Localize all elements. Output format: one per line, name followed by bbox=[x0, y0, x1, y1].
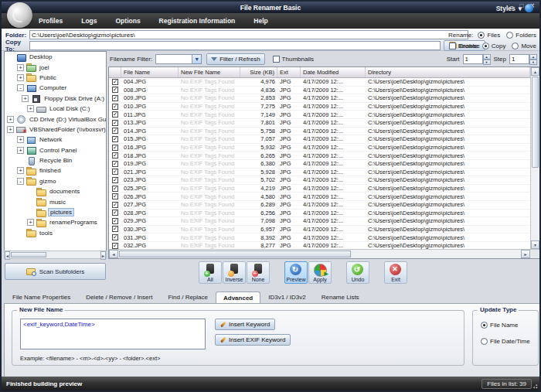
radio-option[interactable]: File Name bbox=[481, 322, 530, 329]
tree-item[interactable]: + Local Disk (C:) bbox=[5, 104, 106, 114]
action-button[interactable]: Apply bbox=[308, 261, 332, 284]
radio-icon[interactable] bbox=[481, 338, 488, 345]
table-row[interactable]: 018.JPG No EXIF Tags Found 6,265 JPG 4/1… bbox=[109, 152, 530, 160]
table-row[interactable]: 011.JPG No EXIF Tags Found 7,149 JPG 4/1… bbox=[109, 111, 530, 119]
tree-expander[interactable] bbox=[17, 230, 24, 237]
tree-item[interactable]: - Computer bbox=[5, 83, 106, 93]
step-stepper[interactable]: ▲▼ bbox=[509, 54, 537, 64]
table-row[interactable]: 016.JPG No EXIF Tags Found 5,932 JPG 4/1… bbox=[109, 144, 530, 152]
table-row[interactable]: 028.JPG No EXIF Tags Found 6,256 JPG 4/1… bbox=[109, 210, 530, 218]
tree-expander[interactable]: + bbox=[22, 95, 29, 102]
radio-option[interactable]: Files bbox=[478, 32, 500, 39]
tree-item[interactable]: + Control Panel bbox=[5, 145, 106, 155]
table-row[interactable]: 009.JPG No EXIF Tags Found 2,853 JPG 4/1… bbox=[109, 94, 530, 103]
tree-item[interactable]: Desktop bbox=[5, 52, 106, 62]
row-checkbox[interactable] bbox=[112, 128, 118, 134]
scrollbar-thumb[interactable] bbox=[532, 77, 539, 168]
row-checkbox[interactable] bbox=[112, 202, 118, 208]
filter-refresh-button[interactable]: Filter / Refresh bbox=[206, 53, 264, 65]
row-checkbox[interactable] bbox=[112, 136, 118, 142]
tree-item[interactable]: Recycle Bin bbox=[5, 155, 106, 165]
radio-option[interactable]: Copy bbox=[482, 43, 506, 49]
row-checkbox[interactable] bbox=[112, 218, 118, 224]
tree-expander[interactable]: + bbox=[17, 167, 24, 174]
action-button[interactable]: All bbox=[199, 261, 222, 284]
column-header[interactable]: New File Name bbox=[179, 67, 240, 77]
tree-item[interactable]: + CD Drive (D:) VirtualBox Guest bbox=[5, 114, 106, 124]
spinner-arrows-icon[interactable]: ▲▼ bbox=[529, 54, 537, 64]
column-header[interactable]: Directory bbox=[366, 67, 530, 77]
step-input[interactable] bbox=[509, 54, 529, 64]
row-checkbox[interactable] bbox=[112, 193, 118, 199]
row-checkbox[interactable] bbox=[112, 210, 118, 216]
radio-icon[interactable] bbox=[512, 43, 519, 49]
tree-item[interactable]: music bbox=[5, 196, 106, 206]
menu-item[interactable]: Help bbox=[253, 17, 267, 25]
table-row[interactable]: 030.JPG No EXIF Tags Found 6,957 JPG 4/1… bbox=[109, 226, 530, 234]
scroll-left-icon[interactable]: ◄ bbox=[5, 251, 10, 260]
table-row[interactable]: 010.JPG No EXIF Tags Found 7,275 JPG 4/1… bbox=[109, 103, 530, 111]
column-header[interactable]: File Name bbox=[121, 67, 179, 77]
tree-expander[interactable]: + bbox=[17, 74, 24, 81]
spinner-arrows-icon[interactable]: ▲▼ bbox=[483, 54, 491, 64]
tree-item[interactable]: + Public bbox=[5, 73, 106, 83]
radio-icon[interactable] bbox=[478, 32, 485, 39]
table-row[interactable]: 023.JPG No EXIF Tags Found 5,702 JPG 4/1… bbox=[109, 176, 530, 185]
scroll-left-icon[interactable]: ◄ bbox=[109, 250, 118, 258]
row-checkbox[interactable] bbox=[112, 169, 118, 175]
scroll-up-icon[interactable]: ▲ bbox=[531, 67, 539, 76]
tree-item[interactable]: + finished bbox=[5, 165, 106, 176]
scan-subfolders-button[interactable]: Scan Subfolders bbox=[5, 263, 106, 280]
tree-expander[interactable]: + bbox=[7, 126, 14, 133]
table-row[interactable]: 008.JPG No EXIF Tags Found 4,836 JPG 4/1… bbox=[109, 87, 530, 95]
folder-input[interactable] bbox=[29, 30, 468, 39]
row-checkbox[interactable] bbox=[112, 87, 118, 93]
menu-item[interactable]: Options bbox=[116, 17, 141, 25]
scroll-down-icon[interactable]: ▼ bbox=[531, 240, 539, 249]
row-checkbox[interactable] bbox=[112, 145, 118, 151]
row-checkbox[interactable] bbox=[112, 79, 118, 85]
table-row[interactable]: 029.JPG No EXIF Tags Found 7,098 JPG 4/1… bbox=[109, 217, 530, 226]
table-row[interactable]: 032.JPG No EXIF Tags Found 8,277 JPG 4/1… bbox=[109, 242, 530, 249]
enable-checkbox[interactable]: Enable bbox=[449, 43, 478, 49]
radio-icon[interactable] bbox=[482, 43, 489, 49]
pattern-input[interactable]: <exif_keyword,DateTime> bbox=[20, 319, 206, 349]
tab[interactable]: File Name Properties bbox=[5, 291, 78, 303]
insert-exif-keyword-button[interactable]: Insert EXIF Keyword bbox=[215, 334, 291, 346]
tree-expander[interactable]: - bbox=[17, 178, 24, 185]
copy-to-input[interactable] bbox=[29, 41, 441, 50]
tree-item[interactable]: + Network bbox=[5, 135, 106, 145]
column-header[interactable]: Size (KB) bbox=[240, 67, 277, 77]
radio-option[interactable]: File Date/Time bbox=[481, 338, 530, 345]
tab[interactable]: Advanced bbox=[216, 291, 260, 304]
row-checkbox[interactable] bbox=[112, 111, 118, 118]
tree-horizontal-scrollbar[interactable]: ◄ ► bbox=[4, 251, 107, 259]
filename-filter-combo[interactable]: ▼ bbox=[155, 54, 202, 64]
tree-item[interactable]: + VBSharedFolder (\\vboxsvr) (Z bbox=[5, 124, 106, 135]
column-header[interactable]: Ext bbox=[277, 67, 301, 77]
row-checkbox[interactable] bbox=[112, 120, 118, 126]
scrollbar-thumb[interactable] bbox=[11, 252, 46, 257]
menu-item[interactable]: Registration Information bbox=[159, 17, 236, 25]
table-row[interactable]: 027.JPG No EXIF Tags Found 6,289 JPG 4/1… bbox=[109, 201, 530, 210]
styles-menu[interactable]: Styles ▾ bbox=[496, 4, 533, 12]
action-button[interactable]: Undo bbox=[346, 261, 369, 284]
action-button[interactable]: None bbox=[247, 261, 270, 284]
tree-expander[interactable]: + bbox=[27, 105, 34, 112]
filename-filter-input[interactable] bbox=[155, 54, 192, 64]
table-row[interactable]: 025.JPG No EXIF Tags Found 4,219 JPG 4/1… bbox=[109, 185, 530, 193]
tree-item[interactable]: + joel bbox=[5, 62, 106, 72]
table-row[interactable]: 004.JPG No EXIF Tags Found 4,976 JPG 4/1… bbox=[109, 78, 530, 87]
scrollbar-thumb[interactable] bbox=[119, 251, 351, 257]
tree-item[interactable]: documents bbox=[5, 186, 106, 196]
tab[interactable]: ID3v1 / ID3v2 bbox=[260, 291, 313, 303]
tree-expander[interactable]: - bbox=[17, 84, 24, 91]
tree-expander[interactable] bbox=[27, 209, 34, 216]
scroll-right-icon[interactable]: ► bbox=[100, 251, 106, 260]
table-row[interactable]: 019.JPG No EXIF Tags Found 6,380 JPG 4/1… bbox=[109, 160, 530, 169]
insert-keyword-button[interactable]: Insert Keyword bbox=[215, 319, 275, 330]
row-checkbox[interactable] bbox=[112, 243, 118, 249]
resize-grip[interactable] bbox=[532, 383, 538, 389]
tree-item[interactable]: tools bbox=[5, 228, 106, 238]
radio-icon[interactable] bbox=[506, 32, 513, 39]
